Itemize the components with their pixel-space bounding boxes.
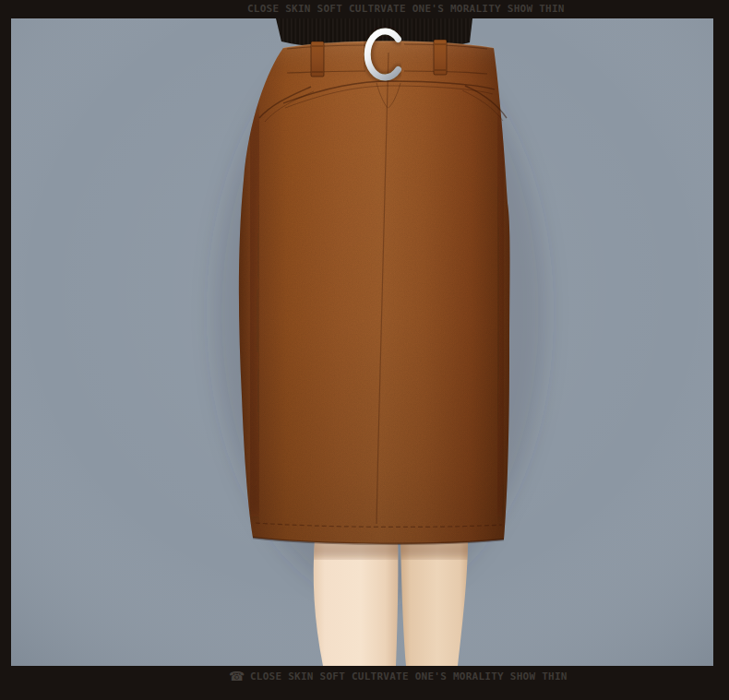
skirt-texture [235, 37, 514, 549]
legs [305, 540, 480, 666]
top-banner-text: CLOSE SKIN SOFT CULTRVATE ONE'S MORALITY… [247, 4, 565, 15]
pencil-skirt [235, 31, 514, 549]
bottom-banner-text: CLOSE SKIN SOFT CULTRVATE ONE'S MORALITY… [250, 671, 568, 682]
phone-icon: ☎ [229, 670, 245, 682]
page-frame: CLOSE SKIN SOFT CULTRVATE ONE'S MORALITY… [0, 0, 729, 700]
bottom-banner: ☎ CLOSE SKIN SOFT CULTRVATE ONE'S MORALI… [0, 666, 729, 700]
top-banner: CLOSE SKIN SOFT CULTRVATE ONE'S MORALITY… [0, 0, 729, 18]
product-photo [11, 18, 713, 666]
belt-loop-right [434, 40, 447, 75]
left-leg [314, 540, 399, 666]
belt-loop-left [311, 42, 324, 77]
right-leg [400, 540, 468, 666]
model-figure [11, 18, 713, 666]
